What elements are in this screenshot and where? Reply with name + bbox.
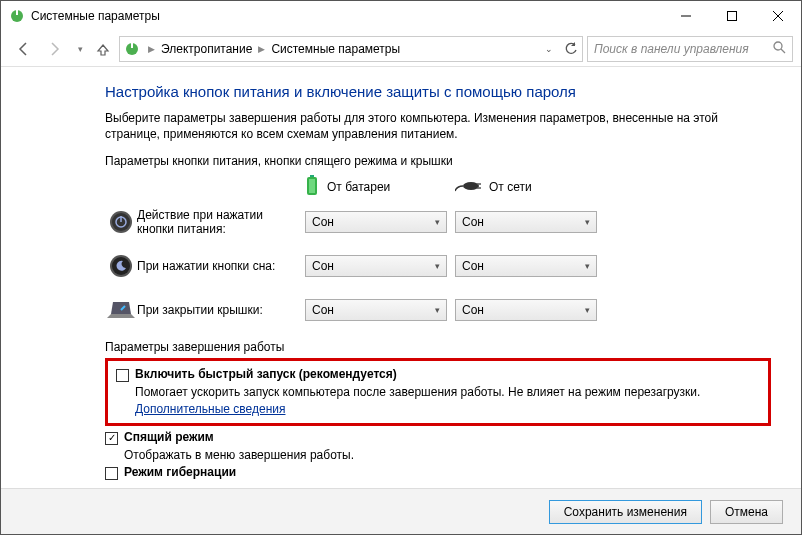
row-label: Действие при нажатии кнопки питания: [137, 208, 305, 236]
minimize-button[interactable] [663, 1, 709, 31]
highlighted-option-box: Включить быстрый запуск (рекомендуется) … [105, 358, 771, 425]
checkbox-label: Режим гибернации [124, 465, 236, 479]
search-icon [773, 41, 786, 57]
svg-point-8 [774, 42, 782, 50]
combo-power-battery[interactable]: Сон▾ [305, 211, 447, 233]
power-button-icon [105, 210, 137, 234]
checkbox-description: Отображать в меню завершения работы. [124, 447, 771, 463]
row-power-button: Действие при нажатии кнопки питания: Сон… [105, 202, 771, 242]
checkbox-description: Помогает ускорить запуск компьютера посл… [135, 384, 760, 416]
titlebar: Системные параметры [1, 1, 801, 31]
close-button[interactable] [755, 1, 801, 31]
address-bar[interactable]: ▶ Электропитание ▶ Системные параметры ⌄ [119, 36, 583, 62]
row-lid-close: При закрытии крышки: Сон▾ Сон▾ [105, 290, 771, 330]
row-sleep-button: При нажатии кнопки сна: Сон▾ Сон▾ [105, 246, 771, 286]
section-header: Параметры кнопки питания, кнопки спящего… [105, 154, 771, 168]
chevron-right-icon: ▶ [144, 44, 159, 54]
content-area: Настройка кнопок питания и включение защ… [1, 67, 801, 488]
combo-power-ac[interactable]: Сон▾ [455, 211, 597, 233]
chevron-right-icon: ▶ [254, 44, 269, 54]
section-header: Параметры завершения работы [105, 340, 771, 354]
chevron-down-icon: ▾ [435, 305, 440, 315]
nav-up-button[interactable] [91, 35, 115, 63]
chevron-down-icon: ▾ [585, 261, 590, 271]
chevron-down-icon: ▾ [435, 261, 440, 271]
checkbox-sleep[interactable] [105, 432, 118, 445]
window-title: Системные параметры [31, 9, 663, 23]
checkbox-fast-startup[interactable] [116, 369, 129, 382]
chevron-down-icon: ▾ [585, 217, 590, 227]
combo-lid-battery[interactable]: Сон▾ [305, 299, 447, 321]
chevron-down-icon: ▾ [585, 305, 590, 315]
breadcrumb-item[interactable]: Электропитание [161, 42, 252, 56]
page-title: Настройка кнопок питания и включение защ… [105, 83, 771, 100]
svg-rect-3 [728, 12, 737, 21]
recent-locations-button[interactable]: ▾ [73, 35, 87, 63]
checkbox-label: Спящий режим [124, 430, 214, 444]
svg-line-9 [781, 49, 785, 53]
plug-icon [455, 179, 481, 196]
nav-back-button[interactable] [9, 35, 37, 63]
combo-lid-ac[interactable]: Сон▾ [455, 299, 597, 321]
address-dropdown-button[interactable]: ⌄ [538, 37, 560, 61]
power-options-icon [124, 41, 140, 57]
laptop-lid-icon [105, 300, 137, 320]
combo-sleep-battery[interactable]: Сон▾ [305, 255, 447, 277]
svg-rect-10 [310, 175, 314, 177]
more-info-link[interactable]: Дополнительные сведения [135, 402, 285, 416]
cancel-button[interactable]: Отмена [710, 500, 783, 524]
chevron-down-icon: ▾ [435, 217, 440, 227]
combo-sleep-ac[interactable]: Сон▾ [455, 255, 597, 277]
search-placeholder: Поиск в панели управления [594, 42, 767, 56]
svg-rect-7 [131, 43, 133, 48]
sleep-button-icon [105, 254, 137, 278]
column-header-battery: От батареи [305, 175, 455, 200]
svg-rect-12 [309, 179, 315, 193]
search-input[interactable]: Поиск в панели управления [587, 36, 793, 62]
column-header-ac: От сети [455, 179, 605, 196]
svg-point-13 [463, 182, 479, 190]
checkbox-hibernate[interactable] [105, 467, 118, 480]
svg-rect-1 [16, 10, 18, 15]
battery-icon [305, 175, 319, 200]
row-label: При закрытии крышки: [137, 303, 305, 317]
nav-forward-button[interactable] [41, 35, 69, 63]
navbar: ▾ ▶ Электропитание ▶ Системные параметры… [1, 31, 801, 67]
row-label: При нажатии кнопки сна: [137, 259, 305, 273]
checkbox-label: Включить быстрый запуск (рекомендуется) [135, 367, 397, 381]
power-options-icon [9, 8, 25, 24]
footer-buttons: Сохранить изменения Отмена [1, 488, 801, 534]
page-intro: Выберите параметры завершения работы для… [105, 110, 771, 142]
maximize-button[interactable] [709, 1, 755, 31]
breadcrumb-item[interactable]: Системные параметры [271, 42, 400, 56]
save-button[interactable]: Сохранить изменения [549, 500, 702, 524]
refresh-button[interactable] [560, 37, 582, 61]
